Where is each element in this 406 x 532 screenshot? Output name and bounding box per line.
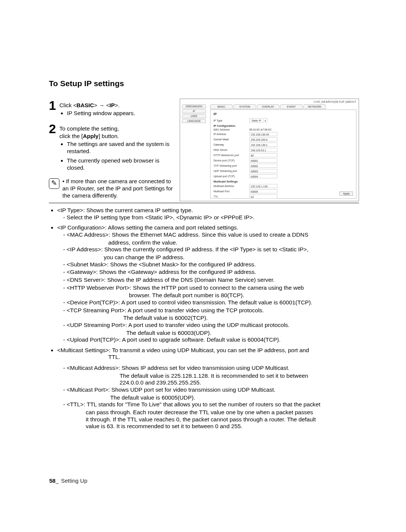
note-text: • If more than one camera are connected … — [59, 178, 173, 199]
tab-basic[interactable]: BASIC — [210, 104, 233, 109]
def-ttl-3: it through. If the TTL value reaches 0, … — [63, 416, 359, 423]
def-ip-2: you can change the IP address. — [63, 254, 359, 261]
step2-bullet-1: The settings are saved and the system is… — [67, 140, 173, 155]
f-http-l: HTTP Webserver port — [214, 154, 249, 157]
step-number-2: 2 — [49, 122, 59, 175]
step-2: 2 To complete the setting, click the [Ap… — [49, 122, 173, 175]
m-addr-v[interactable]: 225.128.1.128 — [249, 184, 277, 188]
def-dev: - <Device Port(TCP)>: A port used to con… — [63, 299, 359, 306]
def-mac: - <MAC Address>: Shows the Ethernet MAC … — [63, 231, 359, 239]
page-footer: 58_ Setting Up — [49, 477, 87, 484]
iptype-label: IP Type — [214, 119, 249, 122]
side-user[interactable]: USER — [182, 114, 206, 118]
step2-line2: click the [Apply] button. — [59, 133, 119, 139]
f-ip-v[interactable]: 192.168.130.49 — [249, 132, 277, 136]
apply-button[interactable]: Apply — [339, 192, 353, 196]
section-heading: To Setup IP settings — [49, 79, 359, 88]
f-mac-l: MAC Address — [214, 128, 249, 131]
config-screenshot: LIVE |SEARCH|SETUP |ABOUT VIDEO&AUDIO IP… — [180, 99, 359, 201]
def-up: - <Upload Port(TCP)>: A port used to upg… — [63, 336, 359, 344]
tab-overlay[interactable]: OVERLAY — [257, 104, 279, 109]
def-iptype: <IP Type>: Shows the current camera IP s… — [57, 207, 193, 213]
step1-text: Click <BASIC> → <IP>. — [59, 102, 120, 108]
m-port-l: Multicast Port — [214, 190, 249, 193]
def-ttl-4: value is 63. It is recommended to set it… — [63, 423, 359, 430]
definitions: <IP Type>: Shows the current camera IP s… — [49, 203, 359, 430]
f-tcp-l: TCP Streaming port — [214, 164, 249, 167]
step-number-1: 1 — [49, 99, 59, 120]
side-videoaudio[interactable]: VIDEO&AUDIO — [182, 104, 206, 108]
f-udp-l: UDP Streaming port — [214, 170, 249, 172]
step2-bullet-2: The currently opened web browser is clos… — [67, 157, 173, 171]
tab-event[interactable]: EVENT — [280, 104, 303, 109]
m-port-v[interactable]: 60005 — [249, 189, 277, 193]
def-ma-2: The default value is 225.128.1.128. It i… — [63, 372, 359, 380]
f-up-v[interactable]: 60004 — [249, 174, 277, 178]
f-dev-l: Device port (TCP) — [214, 159, 249, 162]
f-dns-v[interactable]: 168.126.63.1 — [249, 148, 277, 152]
def-udp-2: The default value is 60003(UDP). — [63, 330, 359, 337]
def-mac-2: address, confirm the value. — [63, 239, 359, 246]
def-ttl-2: can pass through. Each router decrease t… — [63, 409, 359, 416]
def-http: - <HTTP Webserver Port>: Shows the HTTP … — [63, 284, 359, 292]
page-number: 58 — [49, 477, 56, 484]
f-gw-l: Gateway — [214, 143, 249, 146]
def-udp: - <UDP Streaming Port>: A port used to t… — [63, 322, 359, 329]
shot-topnav: LIVE |SEARCH|SETUP |ABOUT — [314, 100, 356, 103]
note-icon: ✎ — [49, 178, 59, 189]
m-ttl-l: TTL — [214, 195, 249, 198]
def-sm: - <Subnet Mask>: Shows the <Subnet Mask>… — [63, 261, 359, 268]
panel-title: IP — [214, 112, 353, 116]
f-sm-l: Subnet Mask — [214, 138, 249, 141]
tab-network[interactable]: NETWORK — [303, 104, 326, 109]
iptype-select[interactable]: Static IP▾ — [249, 118, 267, 123]
m-ttl-v[interactable]: 63 — [249, 195, 277, 199]
f-dns-l: DNS Server — [214, 149, 249, 151]
def-mcast-b: TTL. — [57, 354, 359, 361]
mcast-heading: Multicast Settings — [214, 180, 353, 183]
f-sm-v[interactable]: 255.255.255.0 — [249, 137, 277, 141]
def-gw: - <Gateway>: Shows the <Gateway> address… — [63, 269, 359, 276]
f-dev-v[interactable]: 60001 — [249, 158, 277, 163]
def-tcp-2: The default value is 60002(TCP). — [63, 315, 359, 322]
def-iptype-sub: - Select the IP setting type from <Stati… — [63, 214, 359, 221]
f-mac-v: 00:16:6C:A7:06:6C — [249, 128, 272, 131]
def-ttl: - <TTL>: TTL stands for "Time To Live" t… — [63, 401, 359, 408]
def-ip: - <IP Address>: Shows the currently conf… — [63, 246, 359, 253]
f-gw-v[interactable]: 192.168.130.1 — [249, 143, 277, 147]
def-mp: - <Multicast Port>: Shows UDP port set f… — [63, 386, 359, 394]
def-mcast: <Multicast Settings>: To transmit a vide… — [57, 347, 309, 353]
shot-sidebar: VIDEO&AUDIO IP USER LANGUAGE — [182, 104, 206, 123]
ipconfig-heading: IP Configuration — [214, 124, 353, 128]
f-tcp-v[interactable]: 60002 — [249, 164, 277, 168]
def-dns: - <DNS Server>: Shows the IP address of … — [63, 277, 359, 284]
def-ipconfig: <IP Configuration>: Allows setting the c… — [57, 224, 238, 231]
def-ma: - <Multicast Address>: Shows IP address … — [63, 365, 359, 372]
step-1: 1 Click <BASIC> → <IP>. IP Setting windo… — [49, 99, 173, 120]
f-udp-v[interactable]: 60003 — [249, 169, 277, 173]
f-http-v[interactable]: 80 — [249, 153, 277, 157]
m-addr-l: Multicast Address — [214, 185, 249, 187]
def-mp-2: The default value is 60005(UDP). — [63, 394, 359, 401]
side-ip[interactable]: IP — [182, 109, 206, 113]
f-up-l: Upload port (TCP) — [214, 175, 249, 178]
step1-bullet: IP Setting window appears. — [67, 109, 173, 117]
def-ma-3: 224.0.0.0 and 239.255.255.255. — [63, 379, 359, 386]
side-language[interactable]: LANGUAGE — [182, 119, 206, 123]
chevron-down-icon: ▾ — [263, 119, 267, 122]
tab-system[interactable]: SYSTEM — [233, 104, 256, 109]
section-name: Setting Up — [61, 477, 87, 484]
step2-line1: To complete the setting, — [59, 125, 119, 132]
def-http-2: browser. The default port number is 80(T… — [63, 292, 359, 299]
def-tcp: - <TCP Streaming Port>: A port used to t… — [63, 307, 359, 314]
f-ip-l: IP Address — [214, 133, 249, 135]
shot-tabs: BASIC SYSTEM OVERLAY EVENT NETWORK — [210, 104, 359, 109]
